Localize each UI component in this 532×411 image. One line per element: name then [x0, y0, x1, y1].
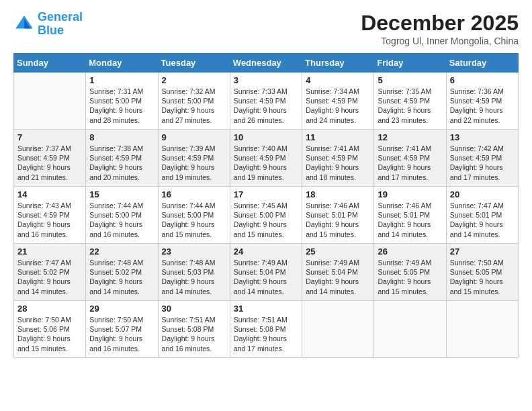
- calendar-header-friday: Friday: [374, 54, 446, 73]
- calendar-cell: 7Sunrise: 7:37 AMSunset: 4:59 PMDaylight…: [14, 130, 86, 187]
- day-info: Sunrise: 7:49 AMSunset: 5:04 PMDaylight:…: [234, 258, 298, 296]
- calendar-cell: 31Sunrise: 7:51 AMSunset: 5:08 PMDayligh…: [230, 301, 302, 358]
- day-number: 15: [89, 189, 154, 199]
- day-info: Sunrise: 7:38 AMSunset: 4:59 PMDaylight:…: [89, 144, 154, 182]
- calendar-cell: 19Sunrise: 7:46 AMSunset: 5:01 PMDayligh…: [374, 187, 446, 244]
- day-info: Sunrise: 7:47 AMSunset: 5:02 PMDaylight:…: [17, 258, 82, 296]
- calendar-cell: 14Sunrise: 7:43 AMSunset: 4:59 PMDayligh…: [14, 187, 86, 244]
- day-number: 24: [234, 246, 298, 257]
- day-info: Sunrise: 7:39 AMSunset: 4:59 PMDaylight:…: [162, 144, 226, 182]
- day-number: 2: [162, 75, 226, 85]
- day-info: Sunrise: 7:43 AMSunset: 4:59 PMDaylight:…: [17, 201, 82, 239]
- day-info: Sunrise: 7:41 AMSunset: 4:59 PMDaylight:…: [306, 144, 370, 182]
- calendar-cell: [446, 301, 518, 358]
- logo-text: General Blue: [38, 11, 83, 38]
- day-info: Sunrise: 7:49 AMSunset: 5:05 PMDaylight:…: [378, 258, 442, 296]
- calendar-cell: [374, 301, 446, 358]
- calendar-cell: 6Sunrise: 7:36 AMSunset: 4:59 PMDaylight…: [446, 73, 518, 130]
- day-number: 3: [234, 75, 298, 85]
- calendar-cell: [302, 301, 374, 358]
- calendar-cell: 29Sunrise: 7:50 AMSunset: 5:07 PMDayligh…: [86, 301, 158, 358]
- calendar-cell: 8Sunrise: 7:38 AMSunset: 4:59 PMDaylight…: [86, 130, 158, 187]
- day-number: 25: [306, 246, 370, 257]
- calendar-cell: 27Sunrise: 7:50 AMSunset: 5:05 PMDayligh…: [446, 244, 518, 301]
- day-info: Sunrise: 7:35 AMSunset: 4:59 PMDaylight:…: [378, 87, 442, 125]
- day-info: Sunrise: 7:37 AMSunset: 4:59 PMDaylight:…: [17, 144, 82, 182]
- calendar-cell: 5Sunrise: 7:35 AMSunset: 4:59 PMDaylight…: [374, 73, 446, 130]
- day-number: 11: [306, 132, 370, 142]
- calendar-cell: 13Sunrise: 7:42 AMSunset: 4:59 PMDayligh…: [446, 130, 518, 187]
- day-number: 21: [17, 246, 82, 257]
- day-number: 29: [89, 304, 154, 314]
- calendar-header-saturday: Saturday: [446, 54, 518, 73]
- day-info: Sunrise: 7:40 AMSunset: 4:59 PMDaylight:…: [234, 144, 298, 182]
- calendar-cell: 23Sunrise: 7:48 AMSunset: 5:03 PMDayligh…: [158, 244, 230, 301]
- day-info: Sunrise: 7:46 AMSunset: 5:01 PMDaylight:…: [306, 201, 370, 239]
- month-title: December 2025: [361, 11, 519, 36]
- day-info: Sunrise: 7:44 AMSunset: 5:00 PMDaylight:…: [89, 201, 154, 239]
- day-number: 4: [306, 75, 370, 85]
- calendar-cell: 2Sunrise: 7:32 AMSunset: 5:00 PMDaylight…: [158, 73, 230, 130]
- day-info: Sunrise: 7:42 AMSunset: 4:59 PMDaylight:…: [450, 144, 515, 182]
- day-info: Sunrise: 7:32 AMSunset: 5:00 PMDaylight:…: [162, 87, 226, 125]
- calendar-header-tuesday: Tuesday: [158, 54, 230, 73]
- title-block: December 2025 Togrog Ul, Inner Mongolia,…: [361, 11, 519, 46]
- calendar-cell: 22Sunrise: 7:48 AMSunset: 5:02 PMDayligh…: [86, 244, 158, 301]
- day-info: Sunrise: 7:44 AMSunset: 5:00 PMDaylight:…: [162, 201, 226, 239]
- logo-general: General: [38, 10, 83, 24]
- day-number: 5: [378, 75, 442, 85]
- calendar-cell: 16Sunrise: 7:44 AMSunset: 5:00 PMDayligh…: [158, 187, 230, 244]
- day-info: Sunrise: 7:34 AMSunset: 4:59 PMDaylight:…: [306, 87, 370, 125]
- calendar-week-row-3: 21Sunrise: 7:47 AMSunset: 5:02 PMDayligh…: [14, 244, 519, 301]
- day-number: 7: [17, 132, 82, 142]
- calendar-cell: 1Sunrise: 7:31 AMSunset: 5:00 PMDaylight…: [86, 73, 158, 130]
- logo-icon: [13, 13, 35, 35]
- calendar-cell: 17Sunrise: 7:45 AMSunset: 5:00 PMDayligh…: [230, 187, 302, 244]
- day-info: Sunrise: 7:46 AMSunset: 5:01 PMDaylight:…: [378, 201, 442, 239]
- day-number: 19: [378, 189, 442, 199]
- calendar-cell: 26Sunrise: 7:49 AMSunset: 5:05 PMDayligh…: [374, 244, 446, 301]
- day-number: 16: [162, 189, 226, 199]
- day-number: 26: [378, 246, 442, 257]
- calendar-cell: 9Sunrise: 7:39 AMSunset: 4:59 PMDaylight…: [158, 130, 230, 187]
- day-number: 14: [17, 189, 82, 199]
- calendar-header-sunday: Sunday: [14, 54, 86, 73]
- calendar-cell: 4Sunrise: 7:34 AMSunset: 4:59 PMDaylight…: [302, 73, 374, 130]
- calendar-cell: 11Sunrise: 7:41 AMSunset: 4:59 PMDayligh…: [302, 130, 374, 187]
- day-number: 28: [17, 304, 82, 314]
- calendar-week-row-4: 28Sunrise: 7:50 AMSunset: 5:06 PMDayligh…: [14, 301, 519, 358]
- day-number: 30: [162, 304, 226, 314]
- day-number: 13: [450, 132, 515, 142]
- day-number: 22: [89, 246, 154, 257]
- day-number: 12: [378, 132, 442, 142]
- calendar-table: SundayMondayTuesdayWednesdayThursdayFrid…: [13, 53, 519, 358]
- calendar-cell: 12Sunrise: 7:41 AMSunset: 4:59 PMDayligh…: [374, 130, 446, 187]
- calendar-cell: 15Sunrise: 7:44 AMSunset: 5:00 PMDayligh…: [86, 187, 158, 244]
- day-number: 8: [89, 132, 154, 142]
- page: General Blue December 2025 Togrog Ul, In…: [0, 0, 532, 411]
- calendar-week-row-2: 14Sunrise: 7:43 AMSunset: 4:59 PMDayligh…: [14, 187, 519, 244]
- day-info: Sunrise: 7:41 AMSunset: 4:59 PMDaylight:…: [378, 144, 442, 182]
- day-number: 18: [306, 189, 370, 199]
- calendar-cell: 18Sunrise: 7:46 AMSunset: 5:01 PMDayligh…: [302, 187, 374, 244]
- day-info: Sunrise: 7:49 AMSunset: 5:04 PMDaylight:…: [306, 258, 370, 296]
- calendar-cell: [14, 73, 86, 130]
- day-info: Sunrise: 7:50 AMSunset: 5:05 PMDaylight:…: [450, 258, 515, 296]
- day-number: 20: [450, 189, 515, 199]
- day-info: Sunrise: 7:50 AMSunset: 5:06 PMDaylight:…: [17, 315, 82, 353]
- day-number: 6: [450, 75, 515, 85]
- day-info: Sunrise: 7:47 AMSunset: 5:01 PMDaylight:…: [450, 201, 515, 239]
- calendar-cell: 28Sunrise: 7:50 AMSunset: 5:06 PMDayligh…: [14, 301, 86, 358]
- calendar-header-wednesday: Wednesday: [230, 54, 302, 73]
- calendar-cell: 30Sunrise: 7:51 AMSunset: 5:08 PMDayligh…: [158, 301, 230, 358]
- calendar-week-row-1: 7Sunrise: 7:37 AMSunset: 4:59 PMDaylight…: [14, 130, 519, 187]
- day-info: Sunrise: 7:48 AMSunset: 5:02 PMDaylight:…: [89, 258, 154, 296]
- calendar-week-row-0: 1Sunrise: 7:31 AMSunset: 5:00 PMDaylight…: [14, 73, 519, 130]
- calendar-header-monday: Monday: [86, 54, 158, 73]
- day-number: 17: [234, 189, 298, 199]
- calendar-cell: 10Sunrise: 7:40 AMSunset: 4:59 PMDayligh…: [230, 130, 302, 187]
- day-info: Sunrise: 7:51 AMSunset: 5:08 PMDaylight:…: [234, 315, 298, 353]
- day-info: Sunrise: 7:51 AMSunset: 5:08 PMDaylight:…: [162, 315, 226, 353]
- day-info: Sunrise: 7:48 AMSunset: 5:03 PMDaylight:…: [162, 258, 226, 296]
- logo-blue: Blue: [38, 24, 64, 37]
